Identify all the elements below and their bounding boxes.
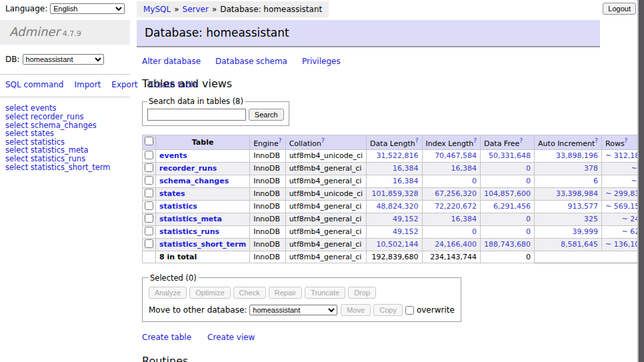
index-length-link[interactable]: 0 xyxy=(472,177,477,185)
table-link[interactable]: statistics_meta xyxy=(159,215,222,223)
drop-button[interactable]: Drop xyxy=(348,287,376,299)
overwrite-checkbox[interactable] xyxy=(405,306,414,315)
table-row-states: states InnoDB utf8mb4_unicode_ci 101,859… xyxy=(143,187,644,200)
row-checkbox[interactable] xyxy=(145,227,153,235)
table-link[interactable]: statistics_runs xyxy=(159,227,219,236)
help-icon[interactable]: ? xyxy=(321,137,325,144)
move-to-db-label: Move to other database: xyxy=(149,305,247,315)
data-length-link[interactable]: 48,824,320 xyxy=(377,202,419,211)
data-free-link[interactable]: 0 xyxy=(526,177,531,185)
help-icon[interactable]: ? xyxy=(473,137,477,144)
analyze-button[interactable]: Analyze xyxy=(149,287,187,299)
auto-increment-link[interactable]: 6 xyxy=(593,177,598,185)
auto-increment-link[interactable]: 8,581,645 xyxy=(561,240,598,249)
truncate-button[interactable]: Truncate xyxy=(305,287,345,299)
check-button[interactable]: Check xyxy=(233,287,266,299)
vertical-scrollbar[interactable] xyxy=(637,0,644,362)
data-length-link[interactable]: 16,384 xyxy=(393,164,419,173)
import-link[interactable]: Import xyxy=(74,80,101,89)
help-icon[interactable]: ? xyxy=(519,137,523,144)
privileges-link[interactable]: Privileges xyxy=(302,57,341,66)
tables-and-views-heading: Tables and views xyxy=(142,77,600,90)
table-link[interactable]: states xyxy=(159,189,185,198)
row-checkbox[interactable] xyxy=(145,214,153,223)
sidebar-select-statistics-runs[interactable]: select statistics_runs xyxy=(5,155,125,163)
sidebar-select-statistics-short-term[interactable]: select statistics_short_term xyxy=(5,163,125,172)
table-row-schema-changes: schema_changes InnoDB utf8mb4_general_ci… xyxy=(143,175,644,187)
row-checkbox[interactable] xyxy=(145,201,153,210)
sidebar-select-states[interactable]: select states xyxy=(5,129,125,138)
alter-database-link[interactable]: Alter database xyxy=(142,57,201,66)
col-header-auto-increment: Auto Increment? xyxy=(535,135,602,150)
auto-increment-link[interactable]: 33,398,984 xyxy=(556,189,598,198)
index-length-link[interactable]: 16,384 xyxy=(451,215,477,223)
search-button[interactable]: Search xyxy=(249,109,284,121)
table-link[interactable]: statistics_short_term xyxy=(159,240,246,249)
collation-cell: utf8mb4_unicode_ci xyxy=(285,187,366,200)
row-checkbox[interactable] xyxy=(145,176,153,185)
table-link[interactable]: schema_changes xyxy=(159,177,229,185)
breadcrumb-link-mysql[interactable]: MySQL xyxy=(143,5,171,14)
sidebar-actions: SQL commandImportExportCreate table xyxy=(5,75,127,97)
sidebar-table-links: select events select recorder_runs selec… xyxy=(5,97,125,171)
search-input[interactable] xyxy=(147,109,246,121)
help-icon[interactable]: ? xyxy=(595,137,598,144)
data-length-link[interactable]: 49,152 xyxy=(393,215,419,223)
sidebar-select-recorder-runs[interactable]: select recorder_runs xyxy=(5,113,125,121)
table-link[interactable]: recorder_runs xyxy=(159,164,217,173)
table-link[interactable]: events xyxy=(159,151,187,160)
index-length-link[interactable]: 0 xyxy=(472,227,477,236)
search-fieldset: Search data in tables (8) Search xyxy=(142,97,289,126)
data-length-link[interactable]: 31,522,816 xyxy=(377,151,419,160)
data-free-link[interactable]: 0 xyxy=(526,227,531,236)
move-db-select[interactable]: homeassistant xyxy=(249,305,337,315)
breadcrumb-link-server[interactable]: Server xyxy=(183,5,209,14)
row-checkbox[interactable] xyxy=(145,189,153,197)
auto-increment-link[interactable]: 33,898,196 xyxy=(556,151,598,160)
help-icon[interactable]: ? xyxy=(279,137,282,144)
select-all-checkbox[interactable] xyxy=(145,137,153,145)
auto-increment-link[interactable]: 325 xyxy=(584,215,598,223)
row-checkbox[interactable] xyxy=(145,151,153,159)
logout-button[interactable]: Logout xyxy=(603,3,636,15)
index-length-link[interactable]: 72,220,672 xyxy=(435,202,477,211)
repair-button[interactable]: Repair xyxy=(269,287,302,299)
db-select[interactable]: homeassistant xyxy=(23,54,104,65)
optimize-button[interactable]: Optimize xyxy=(189,287,230,299)
data-free-link[interactable]: 0 xyxy=(526,215,531,223)
index-length-link[interactable]: 16,384 xyxy=(451,164,477,173)
sql-command-link[interactable]: SQL command xyxy=(5,80,63,89)
data-free-link[interactable]: 188,743,680 xyxy=(484,240,531,249)
help-icon[interactable]: ? xyxy=(625,137,628,144)
data-length-link[interactable]: 10,502,144 xyxy=(377,240,419,249)
export-link[interactable]: Export xyxy=(111,80,137,89)
auto-increment-link[interactable]: 378 xyxy=(584,164,598,173)
index-length-link[interactable]: 67,256,320 xyxy=(435,189,477,198)
collation-cell: utf8mb4_general_ci xyxy=(285,200,366,213)
table-link[interactable]: statistics xyxy=(159,202,197,211)
col-header-index-length: Index Length? xyxy=(422,135,481,150)
row-checkbox[interactable] xyxy=(145,239,153,248)
row-checkbox[interactable] xyxy=(145,163,153,172)
copy-button[interactable]: Copy xyxy=(373,304,403,316)
data-length-link[interactable]: 101,859,328 xyxy=(372,189,419,198)
data-length-link[interactable]: 49,152 xyxy=(393,227,419,236)
index-length-link[interactable]: 24,166,400 xyxy=(435,240,477,249)
data-free-link[interactable]: 104,857,600 xyxy=(484,189,531,198)
create-table-link-bottom[interactable]: Create table xyxy=(142,333,191,342)
data-free-link[interactable]: 0 xyxy=(526,164,531,173)
data-free-link[interactable]: 6,291,456 xyxy=(493,202,531,211)
adminer-version: 4.7.9 xyxy=(63,29,81,38)
data-free-link[interactable]: 50,331,648 xyxy=(489,151,531,160)
language-select[interactable]: English xyxy=(50,3,125,14)
collation-cell: utf8mb4_general_ci xyxy=(285,175,366,187)
auto-increment-link[interactable]: 913,577 xyxy=(568,202,599,211)
data-length-link[interactable]: 16,384 xyxy=(393,177,419,185)
create-view-link[interactable]: Create view xyxy=(207,333,255,342)
database-schema-link[interactable]: Database schema xyxy=(215,57,287,66)
index-length-link[interactable]: 70,467,584 xyxy=(435,151,477,160)
engine-cell: InnoDB xyxy=(250,200,285,213)
move-button[interactable]: Move xyxy=(341,304,371,316)
auto-increment-link[interactable]: 39,999 xyxy=(573,227,599,236)
help-icon[interactable]: ? xyxy=(415,137,419,144)
